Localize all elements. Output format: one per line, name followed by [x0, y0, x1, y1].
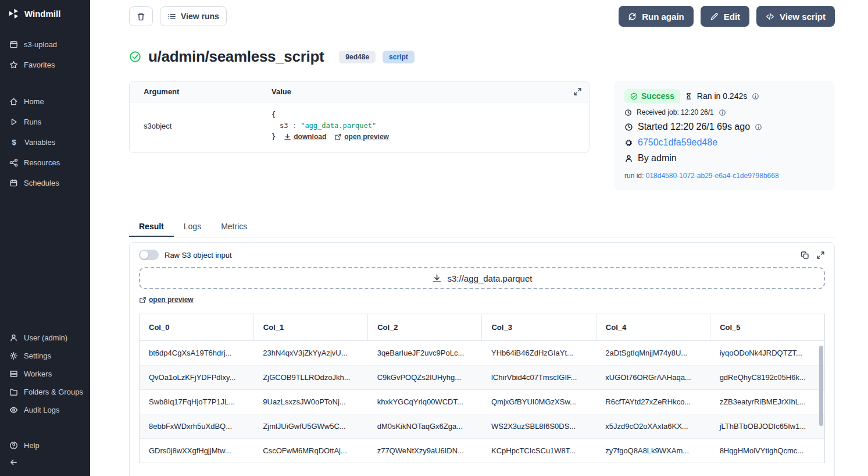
sidebar-item-home[interactable]: Home [0, 91, 90, 112]
sidebar-item-schedules[interactable]: Schedules [0, 173, 90, 193]
download-icon [432, 273, 442, 283]
sidebar-item-settings[interactable]: Settings [0, 347, 90, 365]
trash-icon [137, 12, 145, 21]
result-table-row: 8ebbFxWDxrh5uXdBQ...ZjmlJUiGwfU5GWw5C...… [140, 414, 824, 438]
result-table-row: GDrs0j8wXXgfHgjjMtw...CscOFwM6MRqDOttAj.… [140, 438, 824, 463]
result-table-cell: 9UazLsxzsJW0oPToNj... [253, 389, 367, 414]
sidebar-item-runs[interactable]: Runs [0, 112, 90, 132]
sidebar-item-variables[interactable]: $ Variables [0, 132, 90, 152]
run-id-link[interactable]: 018d4580-1072-ab29-e6a4-c1de9798b668 [646, 172, 779, 180]
info-icon[interactable] [719, 109, 726, 116]
table-scrollbar[interactable] [819, 346, 823, 426]
tab-metrics[interactable]: Metrics [211, 217, 257, 237]
eye-icon [9, 406, 18, 414]
sidebar-item-folders-groups[interactable]: Folders & Groups [0, 383, 90, 401]
result-table-cell: gdReQhyC8192c05H6k... [710, 365, 824, 389]
sidebar-item-workers[interactable]: Workers [0, 365, 90, 383]
info-icon[interactable] [752, 93, 759, 100]
code-icon [766, 12, 774, 21]
sidebar-item-audit-logs[interactable]: Audit Logs [0, 401, 90, 419]
result-table-body: bt6dp4CgXsA19T6hdrj...23hN4qxV3jZkYyAzjv… [140, 340, 824, 463]
calendar-icon [9, 179, 18, 187]
copy-icon[interactable] [801, 251, 809, 260]
run-id-label: run id: [624, 172, 644, 180]
check-circle-icon [129, 51, 141, 63]
brand-name: Windmill [24, 9, 60, 19]
download-link[interactable]: download [284, 132, 326, 143]
result-panel-top: Raw S3 object input [139, 250, 825, 260]
sidebar-item-favorites[interactable]: Favorites [0, 55, 90, 75]
external-link-icon [139, 296, 147, 304]
content-row: Argument Value s3object { s3 : "agg_data… [129, 81, 835, 190]
value-column-header: Value [272, 87, 568, 96]
sidebar-item-label: Help [24, 441, 40, 450]
brand[interactable]: Windmill [0, 0, 90, 25]
open-preview-link[interactable]: open preview [139, 296, 194, 304]
tab-result[interactable]: Result [129, 217, 174, 237]
result-table-cell: CscOFwM6MRqDOttAj... [253, 438, 367, 463]
sidebar-main-group: Home Runs $ Variables Resources Schedule… [0, 91, 90, 193]
result-table-cell: xUGOt76ORGrAAHaqa... [596, 365, 710, 389]
download-icon [284, 133, 291, 141]
result-table-cell: WS2X3uzSBL8f6S0DS... [482, 414, 596, 438]
edit-button[interactable]: Edit [701, 6, 749, 27]
gear-icon [9, 351, 18, 360]
windmill-logo-icon [8, 8, 19, 19]
expand-icon[interactable] [573, 87, 582, 96]
chip-icon [624, 138, 633, 147]
result-table-cell: R6cfTAYtd27xZeRHkco... [596, 389, 710, 414]
sidebar-item-help[interactable]: Help [0, 436, 90, 454]
run-again-button[interactable]: Run again [619, 6, 694, 27]
result-table-cell: QvOa1oLzKFjYDFPdlxy... [140, 365, 253, 389]
result-table-cell: QmjxGfBYUI0MGzXSw... [482, 389, 596, 414]
result-table-cell: ZjmlJUiGwfU5GWw5C... [253, 414, 367, 438]
status-row-received: Received job: 12:20 26/1 [624, 108, 824, 116]
view-runs-label: View runs [181, 12, 219, 21]
status-card: Success Ran in 0.242s Received job: 12:2… [614, 81, 835, 190]
clock-icon [624, 123, 633, 132]
result-table-cell: iyqoODoNk4JRDQTZT... [710, 340, 824, 365]
by-text: By admin [638, 153, 677, 164]
result-table-cell: 3qeBarIueJF2uvc9PoLc... [368, 340, 482, 365]
result-table-cell: jLThBTbOBJODIc65Iw1... [710, 414, 824, 438]
result-table-cell: lChirVbid4c07TmscIGIF... [482, 365, 596, 389]
view-runs-button[interactable]: View runs [160, 6, 227, 26]
result-table-cell: C9kGvPOQZs2IUHyhg... [368, 365, 482, 389]
result-table-cell: dM0sKikNOTaqGx6Zga... [368, 414, 482, 438]
status-row-by: By admin [624, 153, 824, 164]
sidebar-item-label: Workers [24, 370, 52, 378]
sidebar-item-resources[interactable]: Resources [0, 152, 90, 173]
json-colon: : [292, 122, 297, 130]
argument-column-header: Argument [144, 87, 272, 96]
result-table-cell: zZB3eatyrRiBMEJrXIhL... [710, 389, 824, 414]
clock-icon [624, 109, 632, 116]
collapse-sidebar-button[interactable] [0, 454, 90, 476]
play-icon [9, 118, 18, 126]
preview-table: Col_0Col_1Col_2Col_3Col_4Col_5 bt6dp4CgX… [140, 314, 824, 463]
delete-run-button[interactable] [129, 6, 153, 26]
info-icon[interactable] [755, 123, 762, 131]
sidebar-item-label: Schedules [24, 179, 59, 187]
status-label: Success [641, 91, 674, 101]
result-table-cell: Swb8Iq17FqHjoT7P1JL... [140, 389, 253, 414]
result-table-cell: KCpHpcTCIcSCu1W8T... [482, 438, 596, 463]
view-script-label: View script [780, 12, 826, 22]
open-preview-link[interactable]: open preview [334, 132, 389, 143]
duration-text: Ran in 0.242s [697, 91, 747, 101]
expand-icon[interactable] [816, 251, 825, 260]
sidebar-item-user[interactable]: User (admin) [0, 329, 90, 347]
sidebar-item-s3-upload[interactable]: s3-upload [0, 34, 90, 55]
result-table-col-header: Col_4 [596, 314, 710, 341]
raw-s3-toggle[interactable] [139, 250, 159, 260]
s3-file-download-box[interactable]: s3://agg_data.parquet [139, 267, 825, 289]
pencil-icon [710, 12, 719, 21]
tab-logs[interactable]: Logs [174, 217, 211, 237]
json-close-line: } download open preview [272, 132, 575, 143]
arguments-panel: Argument Value s3object { s3 : "agg_data… [129, 81, 590, 153]
view-script-button[interactable]: View script [756, 6, 835, 27]
sidebar-item-label: s3-upload [24, 40, 57, 49]
started-text: Started 12:20 26/1 69s ago [638, 122, 750, 132]
job-id-link[interactable]: 6750c1dfa59ed48e [638, 137, 717, 148]
result-table-cell: z77QWeNtXzy9aU6IDN... [368, 438, 482, 463]
dollar-icon: $ [9, 138, 19, 147]
